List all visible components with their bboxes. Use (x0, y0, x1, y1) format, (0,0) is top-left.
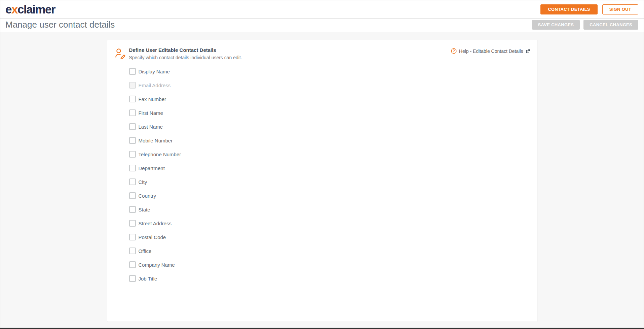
logo-prefix: e (5, 3, 11, 16)
card-titles: Define User Editable Contact Details Spe… (129, 47, 451, 60)
checkbox[interactable] (129, 109, 136, 116)
contact-detail-row-city[interactable]: City (129, 178, 147, 185)
app-header: exclaimer CONTACT DETAILS SIGN OUT (0, 0, 644, 19)
contact-detail-row-display-name[interactable]: Display Name (129, 68, 170, 75)
content-area: Define User Editable Contact Details Spe… (0, 32, 644, 328)
contact-detail-row-state[interactable]: State (129, 206, 150, 213)
checkbox-label: City (139, 179, 147, 185)
logo-accent-x: x (11, 3, 17, 16)
card-header: Define User Editable Contact Details Spe… (114, 47, 530, 60)
contact-detail-row-first-name[interactable]: First Name (129, 109, 163, 116)
page-toolbar: Manage user contact details SAVE CHANGES… (0, 19, 644, 32)
checkbox[interactable] (129, 151, 136, 158)
checkbox-label: First Name (139, 110, 163, 116)
sign-out-button[interactable]: SIGN OUT (602, 4, 638, 14)
checkbox[interactable] (129, 123, 136, 130)
checkbox[interactable] (129, 178, 136, 185)
contact-detail-row-street-address[interactable]: Street Address (129, 220, 172, 227)
header-actions: CONTACT DETAILS SIGN OUT (540, 4, 638, 14)
checkbox[interactable] (129, 275, 136, 282)
checkbox[interactable] (129, 234, 136, 240)
checkbox-label: Department (139, 165, 165, 171)
checkbox-label: Mobile Number (139, 138, 173, 143)
contact-detail-row-last-name[interactable]: Last Name (129, 123, 163, 130)
contact-detail-row-fax-number[interactable]: Fax Number (129, 96, 166, 102)
external-link-icon (526, 49, 530, 54)
contact-detail-row-country[interactable]: Country (129, 192, 156, 199)
checkbox-label: Postal Code (139, 234, 166, 240)
checkbox-label: Job Title (139, 276, 157, 281)
contact-detail-row-office[interactable]: Office (129, 248, 152, 254)
checkbox[interactable] (129, 96, 136, 102)
card-subtitle: Specify which contact details individual… (129, 55, 451, 60)
checkbox-label: Office (139, 248, 152, 254)
checkbox-label: Telephone Number (139, 152, 181, 157)
checkbox[interactable] (129, 165, 136, 171)
page-title: Manage user contact details (5, 20, 115, 30)
checkbox-list: Display Name Email Address Fax Number (129, 68, 530, 282)
contact-detail-row-company-name[interactable]: Company Name (129, 261, 175, 268)
checkbox[interactable] (129, 192, 136, 199)
checkbox[interactable] (129, 248, 136, 254)
contact-details-card: Define User Editable Contact Details Spe… (107, 40, 537, 322)
contact-detail-row-job-title[interactable]: Job Title (129, 275, 157, 282)
page: exclaimer CONTACT DETAILS SIGN OUT Manag… (0, 0, 644, 329)
contact-detail-row-telephone-number[interactable]: Telephone Number (129, 151, 181, 158)
checkbox-label: Street Address (139, 221, 172, 226)
contact-details-button[interactable]: CONTACT DETAILS (540, 4, 597, 14)
save-changes-button[interactable]: SAVE CHANGES (532, 20, 580, 30)
contact-detail-row-department[interactable]: Department (129, 165, 165, 171)
checkbox[interactable] (129, 137, 136, 144)
checkbox[interactable] (129, 220, 136, 227)
toolbar-actions: SAVE CHANGES CANCEL CHANGES (532, 20, 638, 30)
logo-suffix: claimer (17, 3, 55, 16)
checkbox-label: State (139, 207, 150, 212)
checkbox-label: Company Name (139, 262, 175, 267)
checkbox[interactable] (129, 68, 136, 75)
help-link[interactable]: ? Help - Editable Contact Details (451, 48, 530, 54)
contact-detail-row-mobile-number[interactable]: Mobile Number (129, 137, 173, 144)
contact-detail-row-email-address: Email Address (129, 82, 171, 89)
checkbox-label: Display Name (139, 69, 170, 74)
card-title: Define User Editable Contact Details (129, 47, 451, 54)
svg-text:?: ? (453, 49, 455, 53)
cancel-changes-button[interactable]: CANCEL CHANGES (583, 20, 638, 30)
checkbox-label: Fax Number (139, 96, 166, 102)
checkbox[interactable] (129, 206, 136, 213)
help-link-label: Help - Editable Contact Details (459, 48, 523, 54)
checkbox[interactable] (129, 82, 136, 89)
help-question-icon: ? (451, 48, 457, 54)
checkbox-label: Email Address (139, 83, 171, 88)
checkbox-label: Last Name (139, 124, 163, 129)
checkbox[interactable] (129, 261, 136, 268)
exclaimer-logo: exclaimer (5, 3, 55, 15)
user-edit-icon (114, 47, 129, 59)
checkbox-label: Country (139, 193, 156, 198)
contact-detail-row-postal-code[interactable]: Postal Code (129, 234, 166, 240)
